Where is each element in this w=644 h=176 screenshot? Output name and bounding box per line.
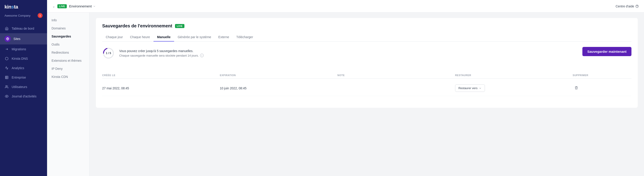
delete-button[interactable] [573, 85, 580, 91]
content-area: Info Domaines Sauvegardes Outils Redirec… [47, 13, 644, 176]
external-link-icon [636, 5, 638, 8]
quota-description: Vous pouvez créer jusqu'à 5 sauvegardes … [119, 49, 204, 53]
sidebar-item-label: Journal d'activités [12, 95, 36, 98]
col-header-restaurer: RESTAURER [455, 74, 573, 77]
restore-button[interactable]: Restaurer vers [455, 84, 485, 92]
sidebar-nav: Tableau de bord Sites Migrations Kinsta … [0, 22, 47, 176]
home-icon [4, 26, 9, 31]
content-card: Sauvegardes de l'environnement LIVE Chaq… [96, 18, 638, 108]
topbar-left: ⌄ LIVE Environnement [52, 4, 96, 8]
svg-point-3 [6, 86, 7, 87]
secondary-nav-outils[interactable]: Outils [47, 40, 90, 49]
company-name: Awesome Company [4, 14, 30, 17]
quota-label: 1 / 5 [106, 52, 111, 55]
svg-rect-2 [6, 76, 8, 79]
secondary-nav-sauvegardes[interactable]: Sauvegardes [47, 32, 90, 40]
tab-externe[interactable]: Externe [215, 33, 232, 42]
logo: kinsta [4, 4, 18, 10]
sidebar-item-label: Sites [14, 37, 20, 41]
col-header-supprimer: SUPPRIMER [573, 74, 632, 77]
sidebar-item-label: Entreprise [12, 76, 26, 79]
col-header-note: NOTE [338, 74, 455, 77]
migrations-icon [4, 47, 9, 51]
cell-expiration: 10 juin 2022, 08:45 [220, 86, 338, 90]
tabs-bar: Chaque jour Chaque heure Manuelle Généré… [102, 33, 632, 42]
secondary-nav-info[interactable]: Info [47, 16, 90, 24]
sidebar-company-area: Awesome Company 1 [0, 13, 47, 22]
eye-icon [4, 94, 9, 99]
building-icon [4, 75, 9, 80]
tab-chaque-heure[interactable]: Chaque heure [126, 33, 154, 42]
secondary-nav-domaines[interactable]: Domaines [47, 24, 90, 32]
table-header: CRÉÉE LE EXPIRATION NOTE RESTAURER SUPPR… [102, 72, 632, 79]
sidebar: kinsta Awesome Company 1 Tableau de bord… [0, 0, 47, 176]
dns-icon [4, 56, 9, 61]
cell-delete [573, 85, 632, 91]
secondary-nav-redirections[interactable]: Redirections [47, 49, 90, 57]
quota-section: 1 / 5 Vous pouvez créer jusqu'à 5 sauveg… [102, 47, 204, 60]
topbar-live-badge: LIVE [57, 4, 67, 8]
col-header-cree-le: CRÉÉE LE [102, 74, 220, 77]
sidebar-item-label: Tableau de bord [12, 27, 34, 30]
globe-icon [4, 36, 11, 42]
sidebar-item-kinsta-dns[interactable]: Kinsta DNS [0, 54, 47, 63]
page-content: Sauvegardes de l'environnement LIVE Chaq… [90, 13, 644, 176]
tab-chaque-jour[interactable]: Chaque jour [102, 33, 126, 42]
help-label: Centre d'aide [616, 5, 634, 8]
tab-generee-systeme[interactable]: Générée par le système [174, 33, 215, 42]
secondary-nav-ip-deny[interactable]: IP Deny [47, 65, 90, 73]
sidebar-item-label: Migrations [12, 47, 26, 51]
table-row: 27 mai 2022, 08:45 10 juin 2022, 08:45 R… [102, 80, 632, 96]
page-title: Sauvegardes de l'environnement [102, 23, 172, 29]
chevron-down-icon [93, 5, 96, 8]
secondary-sidebar: Info Domaines Sauvegardes Outils Redirec… [47, 13, 90, 176]
main-area: ⌄ LIVE Environnement Centre d'aide Info … [47, 0, 644, 176]
col-header-expiration: EXPIRATION [220, 74, 338, 77]
chart-icon [4, 66, 9, 70]
chevron-down-icon [479, 87, 482, 90]
notification-badge[interactable]: 1 [38, 13, 42, 18]
sidebar-item-label: Analytics [12, 66, 24, 70]
info-icon[interactable]: i [200, 54, 204, 57]
secondary-nav-extensions-themes[interactable]: Extensions et thèmes [47, 57, 90, 65]
save-now-button[interactable]: Sauvegarder maintenant [582, 47, 632, 56]
sidebar-item-label: Utilisateurs [12, 85, 27, 89]
sidebar-logo-area: kinsta [0, 0, 47, 13]
tab-telecharger[interactable]: Télécharger [233, 33, 257, 42]
sidebar-item-tableau-de-bord[interactable]: Tableau de bord [0, 24, 47, 33]
chevron-down-icon[interactable]: ⌄ [52, 5, 55, 8]
sidebar-item-migrations[interactable]: Migrations [0, 45, 47, 54]
svg-point-4 [6, 96, 7, 97]
help-link[interactable]: Centre d'aide [616, 5, 638, 8]
notification-count: 1 [40, 14, 41, 17]
topbar: ⌄ LIVE Environnement Centre d'aide [47, 0, 644, 13]
sidebar-item-entreprise[interactable]: Entreprise [0, 73, 47, 82]
environment-label: Environnement [69, 4, 92, 8]
restore-label: Restaurer vers [458, 86, 478, 90]
quota-info: Vous pouvez créer jusqu'à 5 sauvegardes … [119, 49, 204, 57]
cell-restore: Restaurer vers [455, 84, 573, 92]
users-icon [4, 85, 9, 89]
secondary-nav-kinsta-cdn[interactable]: Kinsta CDN [47, 73, 90, 81]
page-live-badge: LIVE [175, 24, 184, 28]
tab-manuelle[interactable]: Manuelle [154, 33, 174, 42]
quota-sub-description: Chaque sauvegarde manuelle sera stockée … [119, 54, 204, 57]
sidebar-item-journal-activites[interactable]: Journal d'activités [0, 92, 47, 101]
sidebar-item-label: Kinsta DNS [12, 57, 28, 60]
cell-created: 27 mai 2022, 08:45 [102, 86, 220, 90]
sidebar-item-sites[interactable]: Sites [0, 33, 47, 45]
trash-icon [574, 86, 578, 90]
quota-circle: 1 / 5 [102, 47, 115, 60]
card-header: Sauvegardes de l'environnement LIVE [102, 23, 632, 29]
sidebar-item-analytics[interactable]: Analytics [0, 63, 47, 73]
sidebar-item-utilisateurs[interactable]: Utilisateurs [0, 82, 47, 92]
quota-row: 1 / 5 Vous pouvez créer jusqu'à 5 sauveg… [102, 47, 632, 66]
environment-selector[interactable]: Environnement [69, 4, 96, 8]
